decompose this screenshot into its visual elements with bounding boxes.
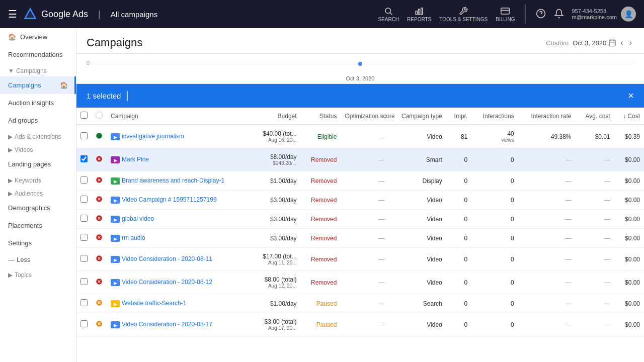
- campaign-type-icon: ▶: [111, 300, 122, 307]
- campaign-link[interactable]: investigative journalism: [122, 133, 184, 140]
- header-campaign[interactable]: Campaign: [107, 108, 251, 125]
- sidebar-item-recommendations[interactable]: Recommendations: [0, 46, 76, 63]
- sidebar-audiences-section[interactable]: ▶ Audiences: [0, 186, 76, 199]
- header-int-rate[interactable]: Interaction rate: [518, 108, 576, 125]
- tools-nav-btn[interactable]: TOOLS & SETTINGS: [439, 7, 488, 22]
- svg-point-15: [96, 133, 102, 139]
- content-header: Campaigns Custom Oct 3, 2020 ‹ ›: [76, 28, 644, 54]
- sidebar-item-auction-insights[interactable]: Auction insights: [0, 94, 76, 112]
- svg-text:▶: ▶: [114, 236, 117, 241]
- status-removed-icon: [96, 157, 103, 164]
- table-row: ▶Brand awareness and reach-Display-1$1.0…: [76, 171, 644, 191]
- date-prev-button[interactable]: ‹: [618, 36, 625, 49]
- row-checkbox[interactable]: [80, 234, 88, 241]
- chevron-right-icon-audiences: ▶: [8, 190, 13, 197]
- header-status-col[interactable]: Status: [301, 108, 341, 125]
- sidebar-ads-section[interactable]: ▶ Ads & extensions: [0, 129, 76, 142]
- billing-label: BILLING: [496, 17, 515, 22]
- table-row: ▶Video Consideration - 2020-08-11$17.00 …: [76, 248, 644, 271]
- sidebar-topics-section[interactable]: ▶ Topics: [0, 267, 76, 281]
- notifications-btn[interactable]: [554, 9, 564, 20]
- less-button[interactable]: — Less: [0, 252, 76, 267]
- row-checkbox[interactable]: [80, 132, 88, 139]
- sidebar-item-demographics[interactable]: Demographics: [0, 199, 76, 217]
- svg-point-2: [385, 8, 391, 14]
- row-checkbox[interactable]: [80, 176, 88, 184]
- header-budget[interactable]: Budget: [251, 108, 301, 125]
- sidebar-keywords-section[interactable]: ▶ Keywords: [0, 173, 76, 186]
- header-cost[interactable]: ↓ Cost: [614, 108, 644, 125]
- reports-nav-btn[interactable]: REPORTS: [407, 7, 431, 22]
- help-btn[interactable]: [536, 9, 546, 20]
- sidebar-item-settings[interactable]: Settings: [0, 234, 76, 252]
- campaign-link[interactable]: Website traffic-Search-1: [122, 300, 186, 307]
- main-layout: 🏠 Overview Recommendations ▼ Campaigns C…: [0, 28, 644, 362]
- row-checkbox[interactable]: [80, 196, 88, 203]
- sidebar: 🏠 Overview Recommendations ▼ Campaigns C…: [0, 28, 76, 362]
- date-next-button[interactable]: ›: [627, 36, 634, 49]
- status-cell: Removed: [301, 191, 341, 210]
- campaign-link[interactable]: global video: [122, 215, 154, 222]
- svg-rect-60: [100, 322, 101, 325]
- header-optimization[interactable]: Optimization score: [341, 108, 388, 125]
- interactions-cell: 0: [471, 191, 518, 210]
- header-type[interactable]: Campaign type: [388, 108, 446, 125]
- placements-label: Placements: [8, 222, 42, 229]
- home-icon: 🏠: [60, 81, 68, 89]
- sidebar-item-placements[interactable]: Placements: [0, 217, 76, 234]
- interactions-cell: 0: [471, 210, 518, 229]
- avg-cost-cell: —: [576, 229, 614, 248]
- campaign-link[interactable]: Mark Pine: [122, 156, 149, 163]
- campaign-link[interactable]: rm audio: [122, 234, 145, 241]
- videos-label: Videos: [15, 146, 33, 153]
- billing-nav-btn[interactable]: BILLING: [496, 7, 515, 22]
- row-checkbox[interactable]: [80, 255, 88, 262]
- row-checkbox[interactable]: [80, 155, 88, 162]
- row-checkbox[interactable]: [80, 215, 88, 222]
- avatar: 👤: [621, 7, 636, 22]
- campaign-link[interactable]: Brand awareness and reach-Display-1: [122, 177, 224, 184]
- table-row: ▶Mark Pine$8.00/day$243.20/...Removed—Sm…: [76, 148, 644, 171]
- chevron-right-icon-keywords: ▶: [8, 177, 13, 184]
- svg-text:▶: ▶: [114, 257, 117, 262]
- campaign-link[interactable]: Video Consideration - 2020-08-12: [122, 279, 212, 286]
- svg-text:▶: ▶: [114, 158, 117, 163]
- selection-bar-left: 1 selected: [87, 91, 128, 101]
- sidebar-item-overview[interactable]: 🏠 Overview: [0, 28, 76, 46]
- row-checkbox[interactable]: [80, 320, 88, 327]
- sidebar-item-landing-pages[interactable]: Landing pages: [0, 155, 76, 173]
- status-removed-icon: [96, 178, 103, 185]
- interaction-rate-cell: —: [518, 313, 576, 336]
- sidebar-campaigns-section[interactable]: ▼ Campaigns: [0, 63, 76, 76]
- brand-name: Google Ads: [41, 9, 88, 20]
- status-removed-icon: [96, 235, 103, 242]
- chevron-down-icon: ▼: [8, 67, 14, 74]
- header-interactions[interactable]: Interactions: [471, 108, 518, 125]
- impressions-cell: 0: [446, 229, 472, 248]
- select-all-checkbox[interactable]: [80, 112, 88, 119]
- sidebar-videos-section[interactable]: ▶ Videos: [0, 142, 76, 155]
- row-checkbox[interactable]: [80, 299, 88, 306]
- topics-label: Topics: [15, 272, 32, 279]
- svg-rect-6: [421, 8, 423, 15]
- search-nav-btn[interactable]: SEARCH: [378, 7, 399, 22]
- campaign-link[interactable]: Video Consideration - 2020-08-11: [122, 255, 212, 262]
- interaction-rate-cell: —: [518, 148, 576, 171]
- sidebar-item-ad-groups[interactable]: Ad groups: [0, 112, 76, 129]
- budget-cell: $3.00 (total)Aug 17, 20...: [251, 313, 301, 336]
- header-avg-cost[interactable]: Avg. cost: [576, 108, 614, 125]
- campaign-link[interactable]: Video Consideration - 2020-08-17: [122, 321, 212, 328]
- selection-close-button[interactable]: ×: [628, 90, 634, 102]
- sidebar-item-campaigns[interactable]: Campaigns 🏠: [0, 76, 76, 94]
- status-removed-icon: [96, 197, 103, 204]
- date-range-button[interactable]: Oct 3, 2020: [573, 39, 606, 47]
- interaction-rate-cell: —: [518, 210, 576, 229]
- campaign-link[interactable]: Video Campaign # 1595711257199: [122, 196, 217, 203]
- interaction-rate-cell: —: [518, 294, 576, 313]
- menu-icon[interactable]: ☰: [8, 8, 17, 20]
- header-impr[interactable]: Impr.: [446, 108, 472, 125]
- optimization-cell: —: [341, 191, 388, 210]
- nav-divider: |: [98, 9, 101, 20]
- row-checkbox[interactable]: [80, 278, 88, 285]
- impressions-cell: 0: [446, 294, 472, 313]
